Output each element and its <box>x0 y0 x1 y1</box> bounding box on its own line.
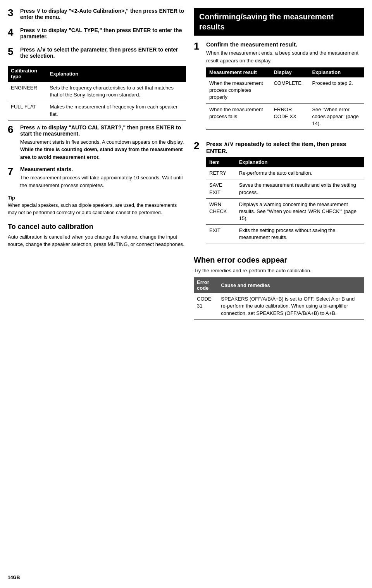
cal-row-engineer: ENGINEER Sets the frequency characterist… <box>8 82 186 101</box>
item-explanation-exit: Exits the setting process without saving… <box>236 225 364 244</box>
calibration-table: Calibration type Explanation ENGINEER Se… <box>8 66 186 120</box>
cal-explanation-engineer: Sets the frequency characteristics to a … <box>47 82 186 101</box>
step-4: 4 Press ∨ to display "CAL TYPE," then pr… <box>8 27 186 41</box>
tip-body: When special speakers, such as dipole sp… <box>8 203 177 215</box>
cancel-body: Auto calibration is cancelled when you c… <box>8 233 186 248</box>
r-step-1: 1 Confirm the measurement result. When t… <box>194 41 364 135</box>
item-explanation-retry: Re-performs the auto calibration. <box>236 167 364 179</box>
item-save-exit: SAVE EXIT <box>206 179 236 198</box>
result-header-explanation: Explanation <box>309 67 364 77</box>
result-condition-error: When the measurement process fails <box>206 103 270 130</box>
item-exit: EXIT <box>206 225 236 244</box>
r-step-2-title: Press ∧/∨ repeatedly to select the item,… <box>206 141 364 154</box>
page: 3 Press ∨ to display "<2-Auto Calibratio… <box>0 0 372 588</box>
result-display-complete: COMPLETE <box>270 77 309 104</box>
step-6-bold: While the time is counting down, stand a… <box>20 146 183 160</box>
error-header-remedy: Cause and remedies <box>218 277 364 293</box>
result-explanation-complete: Proceed to step 2. <box>309 77 364 104</box>
error-code-31: CODE 31 <box>194 293 218 320</box>
item-row-exit: EXIT Exits the setting process without s… <box>206 225 364 244</box>
result-row-error: When the measurement process fails ERROR… <box>206 103 364 130</box>
error-section: When error codes appear Try the remedies… <box>194 256 364 320</box>
r-step-1-title: Confirm the measurement result. <box>206 41 364 48</box>
item-header-explanation: Explanation <box>236 157 364 167</box>
cal-type-engineer: ENGINEER <box>8 82 47 101</box>
step-7-number: 7 <box>8 166 17 189</box>
cal-table-header-explanation: Explanation <box>47 66 186 82</box>
left-column: 3 Press ∨ to display "<2-Auto Calibratio… <box>8 8 186 580</box>
item-wrn-check: WRN CHECK <box>206 198 236 225</box>
result-header-condition: Measurement result <box>206 67 270 77</box>
cal-table-header-type: Calibration type <box>8 66 47 82</box>
item-explanation-table: Item Explanation RETRY Re-performs the a… <box>206 157 364 244</box>
r-step-2-number: 2 <box>194 141 203 249</box>
item-explanation-wrn-check: Displays a warning concerning the measur… <box>236 198 364 225</box>
cal-type-fullflat: FULL FLAT <box>8 101 47 120</box>
r-step-1-body: When the measurement ends, a beep sounds… <box>206 49 364 64</box>
step-4-number: 4 <box>8 27 17 41</box>
error-table: Error code Cause and remedies CODE 31 SP… <box>194 277 364 320</box>
measurement-result-table: Measurement result Display Explanation W… <box>206 67 364 130</box>
page-footer: 14GB <box>8 575 20 580</box>
right-column: Confirming/saving the measurement result… <box>194 8 364 580</box>
step-3-title: Press ∨ to display "<2-Auto Calibration>… <box>20 8 186 20</box>
item-row-retry: RETRY Re-performs the auto calibration. <box>206 167 364 179</box>
item-row-save-exit: SAVE EXIT Saves the measurement results … <box>206 179 364 198</box>
r-step-1-number: 1 <box>194 41 203 135</box>
step-4-title: Press ∨ to display "CAL TYPE," then pres… <box>20 27 186 40</box>
tip-label: Tip <box>8 195 15 201</box>
cal-explanation-fullflat: Makes the measurement of frequency from … <box>47 101 186 120</box>
result-condition-complete: When the measurement process completes p… <box>206 77 270 104</box>
item-retry: RETRY <box>206 167 236 179</box>
item-row-wrn-check: WRN CHECK Displays a warning concerning … <box>206 198 364 225</box>
result-explanation-error: See "When error codes appear" (page 14). <box>309 103 364 130</box>
result-header-display: Display <box>270 67 309 77</box>
step-7-body: The measurement process will take approx… <box>20 174 186 189</box>
step-5: 5 Press ∧/∨ to select the parameter, the… <box>8 46 186 60</box>
step-6-body: Measurement starts in five seconds. A co… <box>20 138 186 161</box>
step-7-title: Measurement starts. <box>20 166 186 172</box>
error-row-code31: CODE 31 SPEAKERS (OFF/A/B/A+B) is set to… <box>194 293 364 320</box>
error-header-code: Error code <box>194 277 218 293</box>
step-3: 3 Press ∨ to display "<2-Auto Calibratio… <box>8 8 186 22</box>
step-6-title: Press ∧ to display "AUTO CAL START?," th… <box>20 124 186 137</box>
error-body: Try the remedies and re-perform the auto… <box>194 267 364 275</box>
cancel-section: To cancel auto calibration Auto calibrat… <box>8 223 186 248</box>
error-title: When error codes appear <box>194 256 364 265</box>
cal-row-fullflat: FULL FLAT Makes the measurement of frequ… <box>8 101 186 120</box>
step-5-title: Press ∧/∨ to select the parameter, then … <box>20 46 186 59</box>
error-remedy-31: SPEAKERS (OFF/A/B/A+B) is set to OFF. Se… <box>218 293 364 320</box>
item-explanation-save-exit: Saves the measurement results and exits … <box>236 179 364 198</box>
section-header: Confirming/saving the measurement result… <box>194 8 364 36</box>
item-header-item: Item <box>206 157 236 167</box>
step-6: 6 Press ∧ to display "AUTO CAL START?," … <box>8 124 186 161</box>
r-step-2: 2 Press ∧/∨ repeatedly to select the ite… <box>194 141 364 249</box>
result-row-complete: When the measurement process completes p… <box>206 77 364 104</box>
tip-section: Tip When special speakers, such as dipol… <box>8 194 186 216</box>
section-title: Confirming/saving the measurement result… <box>199 12 359 32</box>
step-3-number: 3 <box>8 8 17 22</box>
cancel-title: To cancel auto calibration <box>8 223 186 231</box>
step-6-number: 6 <box>8 124 17 161</box>
step-5-number: 5 <box>8 46 17 60</box>
step-7: 7 Measurement starts. The measurement pr… <box>8 166 186 189</box>
result-display-error: ERROR CODE XX <box>270 103 309 130</box>
